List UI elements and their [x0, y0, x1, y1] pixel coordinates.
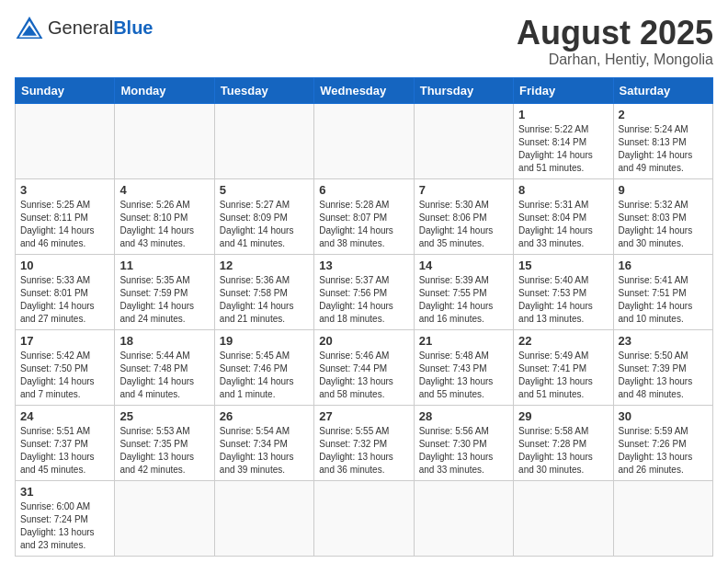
calendar-subtitle: Darhan, Hentiy, Mongolia — [517, 52, 713, 68]
day-number: 18 — [119, 334, 209, 348]
calendar-cell: 22Sunrise: 5:49 AM Sunset: 7:41 PM Dayli… — [514, 329, 613, 405]
weekday-header-wednesday: Wednesday — [314, 77, 414, 103]
day-number: 5 — [220, 183, 309, 197]
day-number: 6 — [319, 183, 408, 197]
day-number: 24 — [20, 409, 109, 423]
day-number: 12 — [220, 259, 309, 272]
day-info: Sunrise: 5:39 AM Sunset: 7:55 PM Dayligh… — [419, 274, 508, 326]
calendar-week-row: 24Sunrise: 5:51 AM Sunset: 7:37 PM Dayli… — [16, 405, 713, 480]
calendar-cell: 6Sunrise: 5:28 AM Sunset: 8:07 PM Daylig… — [314, 178, 414, 254]
day-info: Sunrise: 5:31 AM Sunset: 8:04 PM Dayligh… — [518, 199, 608, 250]
logo-text: GeneralBlue — [48, 18, 154, 37]
day-info: Sunrise: 5:50 AM Sunset: 7:39 PM Dayligh… — [619, 350, 708, 401]
generalblue-logo-icon — [15, 15, 44, 40]
title-block: August 2025 Darhan, Hentiy, Mongolia — [517, 15, 713, 68]
calendar-cell: 26Sunrise: 5:54 AM Sunset: 7:34 PM Dayli… — [214, 405, 313, 480]
calendar-cell: 23Sunrise: 5:50 AM Sunset: 7:39 PM Dayli… — [613, 329, 712, 405]
day-number: 23 — [619, 334, 708, 348]
day-number: 7 — [419, 183, 508, 197]
calendar-cell — [214, 480, 313, 556]
calendar-cell — [314, 480, 414, 556]
calendar-cell: 9Sunrise: 5:32 AM Sunset: 8:03 PM Daylig… — [613, 178, 712, 254]
calendar-title: August 2025 — [517, 15, 713, 52]
day-number: 14 — [419, 259, 508, 272]
calendar-cell: 7Sunrise: 5:30 AM Sunset: 8:06 PM Daylig… — [414, 178, 513, 254]
calendar-week-row: 1Sunrise: 5:22 AM Sunset: 8:14 PM Daylig… — [16, 103, 713, 178]
day-number: 13 — [319, 259, 408, 272]
calendar-body: 1Sunrise: 5:22 AM Sunset: 8:14 PM Daylig… — [16, 103, 713, 556]
day-number: 15 — [518, 259, 608, 272]
calendar-header: SundayMondayTuesdayWednesdayThursdayFrid… — [16, 77, 713, 103]
day-number: 8 — [518, 183, 608, 197]
calendar-cell: 2Sunrise: 5:24 AM Sunset: 8:13 PM Daylig… — [613, 103, 712, 178]
calendar-cell: 20Sunrise: 5:46 AM Sunset: 7:44 PM Dayli… — [314, 329, 414, 405]
day-number: 29 — [518, 409, 608, 423]
calendar-cell: 29Sunrise: 5:58 AM Sunset: 7:28 PM Dayli… — [514, 405, 613, 480]
calendar-cell: 11Sunrise: 5:35 AM Sunset: 7:59 PM Dayli… — [115, 254, 214, 329]
day-info: Sunrise: 5:27 AM Sunset: 8:09 PM Dayligh… — [220, 199, 309, 250]
day-number: 27 — [319, 409, 408, 423]
weekday-header-sunday: Sunday — [16, 77, 115, 103]
calendar-cell: 13Sunrise: 5:37 AM Sunset: 7:56 PM Dayli… — [314, 254, 414, 329]
day-info: Sunrise: 5:24 AM Sunset: 8:13 PM Dayligh… — [619, 123, 708, 175]
calendar-cell — [514, 480, 613, 556]
calendar-cell: 30Sunrise: 5:59 AM Sunset: 7:26 PM Dayli… — [613, 405, 712, 480]
calendar-cell — [314, 103, 414, 178]
calendar-table: SundayMondayTuesdayWednesdayThursdayFrid… — [15, 77, 713, 557]
page-header: GeneralBlue August 2025 Darhan, Hentiy, … — [15, 15, 713, 68]
day-number: 22 — [518, 334, 608, 348]
calendar-cell: 18Sunrise: 5:44 AM Sunset: 7:48 PM Dayli… — [115, 329, 214, 405]
day-info: Sunrise: 5:41 AM Sunset: 7:51 PM Dayligh… — [619, 274, 708, 326]
calendar-cell: 17Sunrise: 5:42 AM Sunset: 7:50 PM Dayli… — [16, 329, 115, 405]
day-info: Sunrise: 5:54 AM Sunset: 7:34 PM Dayligh… — [220, 425, 309, 477]
day-number: 26 — [220, 409, 309, 423]
calendar-cell — [115, 480, 214, 556]
day-info: Sunrise: 5:22 AM Sunset: 8:14 PM Dayligh… — [518, 123, 608, 175]
day-info: Sunrise: 5:40 AM Sunset: 7:53 PM Dayligh… — [518, 274, 608, 326]
calendar-cell: 10Sunrise: 5:33 AM Sunset: 8:01 PM Dayli… — [16, 254, 115, 329]
weekday-header-thursday: Thursday — [414, 77, 513, 103]
day-info: Sunrise: 5:45 AM Sunset: 7:46 PM Dayligh… — [220, 350, 309, 401]
day-info: Sunrise: 5:46 AM Sunset: 7:44 PM Dayligh… — [319, 350, 408, 401]
calendar-cell — [16, 103, 115, 178]
calendar-cell: 14Sunrise: 5:39 AM Sunset: 7:55 PM Dayli… — [414, 254, 513, 329]
day-info: Sunrise: 5:42 AM Sunset: 7:50 PM Dayligh… — [20, 350, 109, 401]
day-info: Sunrise: 5:32 AM Sunset: 8:03 PM Dayligh… — [619, 199, 708, 250]
day-info: Sunrise: 5:55 AM Sunset: 7:32 PM Dayligh… — [319, 425, 408, 477]
day-number: 16 — [619, 259, 708, 272]
calendar-week-row: 31Sunrise: 6:00 AM Sunset: 7:24 PM Dayli… — [16, 480, 713, 556]
calendar-cell: 15Sunrise: 5:40 AM Sunset: 7:53 PM Dayli… — [514, 254, 613, 329]
day-info: Sunrise: 5:53 AM Sunset: 7:35 PM Dayligh… — [119, 425, 209, 477]
day-info: Sunrise: 5:35 AM Sunset: 7:59 PM Dayligh… — [119, 274, 209, 326]
day-info: Sunrise: 5:36 AM Sunset: 7:58 PM Dayligh… — [220, 274, 309, 326]
day-number: 19 — [220, 334, 309, 348]
calendar-cell: 27Sunrise: 5:55 AM Sunset: 7:32 PM Dayli… — [314, 405, 414, 480]
day-number: 9 — [619, 183, 708, 197]
day-info: Sunrise: 5:56 AM Sunset: 7:30 PM Dayligh… — [419, 425, 508, 477]
day-number: 20 — [319, 334, 408, 348]
calendar-cell: 4Sunrise: 5:26 AM Sunset: 8:10 PM Daylig… — [115, 178, 214, 254]
calendar-week-row: 3Sunrise: 5:25 AM Sunset: 8:11 PM Daylig… — [16, 178, 713, 254]
calendar-cell: 8Sunrise: 5:31 AM Sunset: 8:04 PM Daylig… — [514, 178, 613, 254]
calendar-cell: 21Sunrise: 5:48 AM Sunset: 7:43 PM Dayli… — [414, 329, 513, 405]
day-info: Sunrise: 5:30 AM Sunset: 8:06 PM Dayligh… — [419, 199, 508, 250]
day-info: Sunrise: 5:25 AM Sunset: 8:11 PM Dayligh… — [20, 199, 109, 250]
day-info: Sunrise: 5:58 AM Sunset: 7:28 PM Dayligh… — [518, 425, 608, 477]
day-number: 31 — [20, 485, 109, 499]
day-number: 28 — [419, 409, 508, 423]
calendar-cell: 28Sunrise: 5:56 AM Sunset: 7:30 PM Dayli… — [414, 405, 513, 480]
calendar-cell: 25Sunrise: 5:53 AM Sunset: 7:35 PM Dayli… — [115, 405, 214, 480]
calendar-cell: 16Sunrise: 5:41 AM Sunset: 7:51 PM Dayli… — [613, 254, 712, 329]
day-info: Sunrise: 6:00 AM Sunset: 7:24 PM Dayligh… — [20, 500, 109, 552]
weekday-header-tuesday: Tuesday — [214, 77, 313, 103]
calendar-cell: 5Sunrise: 5:27 AM Sunset: 8:09 PM Daylig… — [214, 178, 313, 254]
calendar-cell: 3Sunrise: 5:25 AM Sunset: 8:11 PM Daylig… — [16, 178, 115, 254]
calendar-cell: 12Sunrise: 5:36 AM Sunset: 7:58 PM Dayli… — [214, 254, 313, 329]
day-info: Sunrise: 5:59 AM Sunset: 7:26 PM Dayligh… — [619, 425, 708, 477]
day-number: 3 — [20, 183, 109, 197]
day-number: 17 — [20, 334, 109, 348]
day-info: Sunrise: 5:51 AM Sunset: 7:37 PM Dayligh… — [20, 425, 109, 477]
calendar-cell — [115, 103, 214, 178]
weekday-header-friday: Friday — [514, 77, 613, 103]
weekday-header-monday: Monday — [115, 77, 214, 103]
